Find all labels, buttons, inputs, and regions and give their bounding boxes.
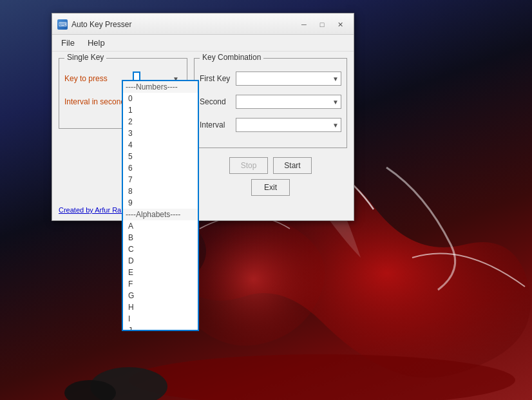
dropdown-item-J[interactable]: J (123, 325, 198, 331)
dropdown-item-D[interactable]: D (123, 255, 198, 267)
key-combination-label: Key Combination (200, 53, 263, 62)
second-select-wrapper: ▼ (236, 95, 341, 109)
start-button[interactable]: Start (273, 157, 312, 174)
dropdown-item-1[interactable]: 1 (123, 104, 198, 116)
combo-interval-label: Interval (200, 120, 232, 129)
dropdown-item-I[interactable]: I (123, 313, 198, 325)
first-key-select[interactable] (236, 71, 341, 86)
dropdown-item-2[interactable]: 2 (123, 116, 198, 128)
key-combination-group: Key Combination First Key ▼ Second ▼ (194, 58, 347, 148)
interval-label: Interval in seconds (64, 97, 129, 106)
content-area: Single Key Key to press ▼ Interval in se… (52, 52, 354, 220)
menu-bar: File Help (52, 35, 354, 52)
stop-start-row: Stop Start (194, 157, 347, 174)
combo-interval-select-wrapper: ▼ (236, 118, 341, 132)
title-bar-left: ⌨ Auto Key Presser (57, 19, 131, 30)
dropdown-item-B[interactable]: B (123, 232, 198, 243)
single-key-label: Single Key (64, 53, 106, 62)
combo-interval-select[interactable] (236, 118, 341, 132)
key-to-press-label: Key to press (64, 74, 129, 83)
dropdown-item-3[interactable]: 3 (123, 128, 198, 139)
dropdown-item-A[interactable]: A (123, 220, 198, 232)
minimize-button[interactable]: ─ (296, 19, 312, 30)
app-icon: ⌨ (57, 19, 68, 30)
dropdown-item-E[interactable]: E (123, 267, 198, 278)
menu-help[interactable]: Help (81, 36, 111, 50)
single-key-panel: Single Key Key to press ▼ Interval in se… (59, 58, 187, 214)
first-key-label: First Key (200, 74, 232, 83)
key-combination-panel: Key Combination First Key ▼ Second ▼ (194, 58, 347, 214)
second-key-row: Second ▼ (200, 95, 341, 109)
exit-button[interactable]: Exit (251, 179, 290, 196)
dropdown-item-C[interactable]: C (123, 243, 198, 255)
first-key-select-wrapper: ▼ (236, 71, 341, 86)
first-key-row: First Key ▼ (200, 71, 341, 86)
window-title: Auto Key Presser (71, 20, 131, 29)
dropdown-item-4[interactable]: 4 (123, 139, 198, 151)
stop-button[interactable]: Stop (229, 157, 268, 174)
combo-interval-row: Interval ▼ (200, 118, 341, 132)
numbers-header: ----Numbers---- (123, 81, 198, 93)
dropdown-item-H[interactable]: H (123, 301, 198, 313)
app-window: ⌨ Auto Key Presser ─ □ ✕ File Help Singl… (52, 13, 354, 221)
dropdown-item-9[interactable]: 9 (123, 197, 198, 209)
menu-file[interactable]: File (55, 36, 81, 50)
exit-row: Exit (194, 179, 347, 201)
title-bar: ⌨ Auto Key Presser ─ □ ✕ (52, 14, 354, 35)
dropdown-item-7[interactable]: 7 (123, 174, 198, 186)
title-buttons: ─ □ ✕ (296, 19, 348, 30)
second-label: Second (200, 97, 232, 106)
dropdown-item-5[interactable]: 5 (123, 151, 198, 162)
second-select[interactable] (236, 95, 341, 109)
dropdown-item-F[interactable]: F (123, 278, 198, 290)
maximize-button[interactable]: □ (314, 19, 330, 30)
alphabets-header: ----Alphabets---- (123, 209, 198, 220)
key-dropdown-open[interactable]: ----Numbers---- 0 1 2 3 4 5 6 7 8 9 ----… (122, 80, 199, 331)
dropdown-item-6[interactable]: 6 (123, 162, 198, 174)
dropdown-item-0[interactable]: 0 (123, 93, 198, 104)
dropdown-item-8[interactable]: 8 (123, 186, 198, 197)
close-button[interactable]: ✕ (332, 19, 348, 30)
dropdown-item-G[interactable]: G (123, 290, 198, 301)
